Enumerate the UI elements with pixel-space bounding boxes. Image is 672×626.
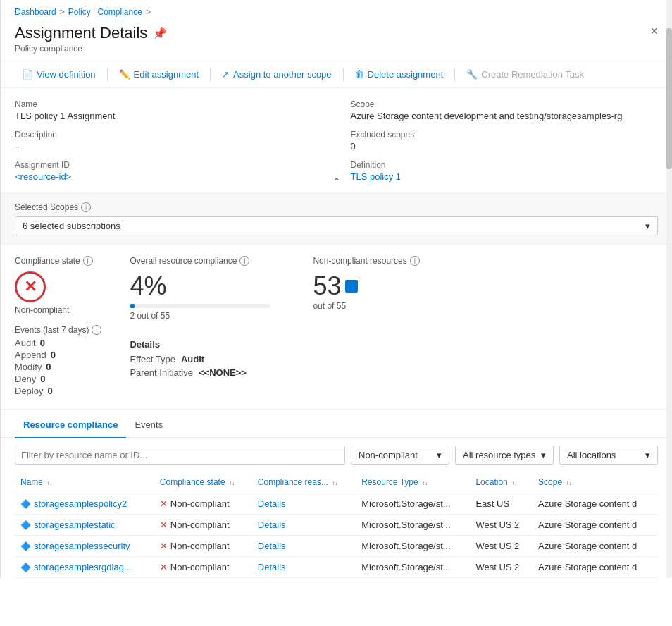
assign-icon: ↗: [222, 69, 230, 80]
cell-name-3[interactable]: 🔷storagesamplesrgdiag...: [15, 557, 154, 578]
cell-scope-0: Azure Storage content d: [533, 493, 658, 515]
compliance-state-title: Compliance state i: [15, 256, 101, 266]
table-row: 🔷storagesamplesrgdiag... ✕Non-compliant …: [15, 557, 658, 578]
col-location[interactable]: Location ↑↓: [470, 472, 533, 493]
resource-table-wrap: Name ↑↓ Compliance state ↑↓ Compliance r…: [1, 472, 672, 578]
chevron-down-icon: ▾: [645, 221, 650, 231]
cell-reason-1[interactable]: Details: [252, 515, 356, 536]
tab-resource-compliance[interactable]: Resource compliance: [15, 412, 126, 438]
close-button[interactable]: ×: [650, 24, 658, 39]
sort-icon: ↑↓: [422, 480, 428, 486]
assignment-id-value[interactable]: <resource-id>: [15, 171, 323, 182]
definition-value[interactable]: TLS policy 1: [351, 171, 659, 182]
cell-name-0[interactable]: 🔷storagesamplespolicy2: [15, 493, 154, 515]
cell-scope-3: Azure Storage content d: [533, 557, 658, 578]
edit-assignment-button[interactable]: ✏️ Edit assignment: [112, 66, 206, 83]
progress-bar: [130, 304, 270, 308]
scope-value: Azure Storage content development and te…: [351, 111, 659, 121]
sort-icon: ↑↓: [511, 480, 517, 486]
scopes-dropdown-label: 6 selected subscriptions: [23, 221, 120, 231]
progress-label: 2 out of 55: [130, 311, 285, 321]
tabs-section: Resource compliance Events: [1, 412, 672, 438]
breadcrumb: Dashboard > Policy | Compliance >: [1, 0, 672, 20]
toolbar-separator-3: [343, 68, 344, 82]
breadcrumb-compliance[interactable]: Policy | Compliance: [68, 7, 142, 17]
assignment-details-panel: Dashboard > Policy | Compliance > Assign…: [0, 0, 672, 578]
non-compliant-resources-block: Non-compliant resources i 53 out of 55: [313, 256, 419, 398]
non-compliant-icon: ✕: [24, 278, 37, 296]
resource-type-filter[interactable]: All resource types ▾: [455, 446, 554, 465]
document-icon: 📄: [22, 69, 33, 80]
events-info-icon[interactable]: i: [92, 325, 101, 335]
cell-location-2: West US 2: [470, 536, 533, 557]
cell-name-1[interactable]: 🔷storagesamplestatic: [15, 515, 154, 536]
cell-compliance-0: ✕Non-compliant: [154, 493, 252, 515]
details-title: Details: [130, 339, 285, 350]
pin-icon[interactable]: 📌: [153, 27, 167, 40]
remediation-icon: 🔧: [466, 69, 478, 80]
non-compliant-info-icon[interactable]: i: [410, 256, 420, 266]
create-remediation-button[interactable]: 🔧 Create Remediation Task: [459, 66, 591, 83]
cell-type-3: Microsoft.Storage/st...: [356, 557, 470, 578]
edit-icon: ✏️: [119, 69, 130, 80]
compliance-filter[interactable]: Non-compliant ▾: [351, 446, 449, 465]
desc-value: --: [15, 141, 323, 152]
definition-label: Definition: [351, 160, 659, 170]
cell-location-0: East US: [470, 493, 533, 515]
cell-reason-2[interactable]: Details: [252, 536, 356, 557]
assign-scope-button[interactable]: ↗ Assign to another scope: [215, 66, 338, 83]
excluded-scopes-value: 0: [351, 141, 659, 152]
definition-group: Definition TLS policy 1: [351, 160, 659, 182]
overall-info-icon[interactable]: i: [239, 256, 249, 266]
col-scope[interactable]: Scope ↑↓: [533, 472, 658, 493]
event-row-append: Append 0: [15, 350, 101, 360]
event-row-deploy: Deploy 0: [15, 386, 101, 396]
col-resource-type[interactable]: Resource Type ↑↓: [356, 472, 470, 493]
scopes-label: Selected Scopes i: [15, 202, 658, 212]
breadcrumb-dashboard[interactable]: Dashboard: [15, 7, 56, 17]
parent-initiative-row: Parent Initiative <<NONE>>: [130, 367, 285, 378]
cell-type-1: Microsoft.Storage/st...: [356, 515, 470, 536]
col-compliance-reason[interactable]: Compliance reas... ↑↓: [252, 472, 356, 493]
scopes-info-icon[interactable]: i: [81, 202, 91, 212]
toolbar-separator-1: [107, 68, 108, 82]
resource-filter-input[interactable]: [15, 446, 345, 465]
location-filter[interactable]: All locations ▾: [559, 446, 658, 465]
breadcrumb-sep-1: >: [60, 7, 65, 17]
cell-type-0: Microsoft.Storage/st...: [356, 493, 470, 515]
non-compliant-badge: ✕: [15, 271, 46, 302]
scopes-dropdown[interactable]: 6 selected subscriptions ▾: [15, 216, 658, 235]
name-label: Name: [15, 99, 323, 109]
effect-type-row: Effect Type Audit: [130, 354, 285, 364]
panel-title-area: Assignment Details 📌 Policy compliance: [15, 24, 167, 54]
collapse-button[interactable]: ⌃: [332, 176, 341, 189]
excluded-scopes-label: Excluded scopes: [351, 130, 659, 140]
delete-assignment-button[interactable]: 🗑 Delete assignment: [348, 66, 451, 83]
scope-group: Scope Azure Storage content development …: [351, 99, 659, 121]
compliance-state-info-icon[interactable]: i: [83, 256, 93, 266]
scrollbar-track[interactable]: [666, 0, 672, 578]
name-group: Name TLS policy 1 Assignment: [15, 99, 323, 121]
panel-header: Assignment Details 📌 Policy compliance ×: [1, 20, 672, 61]
details-section: Details Effect Type Audit Parent Initiat…: [130, 339, 285, 381]
table-body: 🔷storagesamplespolicy2 ✕Non-compliant De…: [15, 493, 658, 578]
col-name[interactable]: Name ↑↓: [15, 472, 154, 493]
toolbar: 📄 View definition ✏️ Edit assignment ↗ A…: [1, 61, 672, 88]
tab-events[interactable]: Events: [126, 412, 171, 438]
filters-row: Non-compliant ▾ All resource types ▾ All…: [1, 438, 672, 472]
sort-icon: ↑↓: [566, 480, 571, 486]
cell-scope-2: Azure Storage content d: [533, 536, 658, 557]
non-compliant-count: 53: [313, 271, 419, 301]
assignment-id-label: Assignment ID: [15, 160, 323, 170]
view-definition-button[interactable]: 📄 View definition: [15, 66, 103, 83]
col-compliance-state[interactable]: Compliance state ↑↓: [154, 472, 252, 493]
cell-name-2[interactable]: 🔷storagesamplessecurity: [15, 536, 154, 557]
cell-reason-0[interactable]: Details: [252, 493, 356, 515]
cell-compliance-1: ✕Non-compliant: [154, 515, 252, 536]
table-row: 🔷storagesamplessecurity ✕Non-compliant D…: [15, 536, 658, 557]
toolbar-separator-4: [454, 68, 455, 82]
scrollbar-thumb[interactable]: [666, 28, 672, 169]
progress-bar-fill: [130, 304, 135, 308]
cell-reason-3[interactable]: Details: [252, 557, 356, 578]
panel-title-text: Assignment Details: [15, 24, 147, 42]
